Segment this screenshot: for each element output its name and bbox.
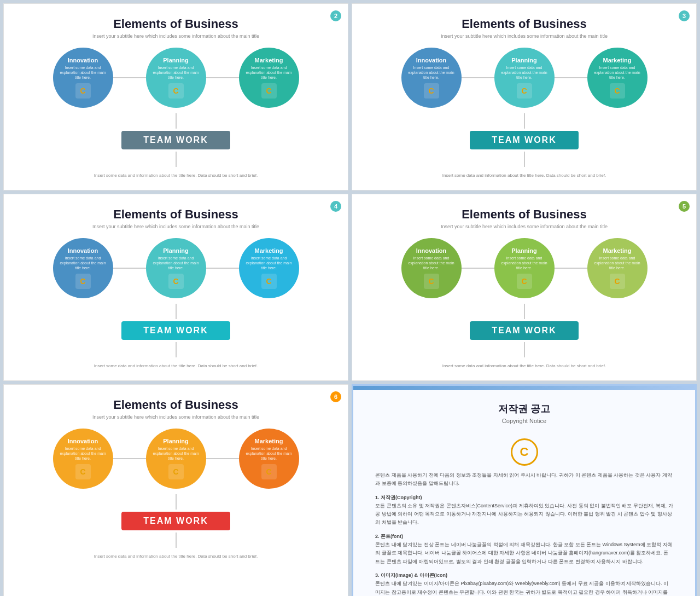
- copyright-title: 저작권 공고: [498, 402, 550, 415]
- circles-row-6: Innovation Insert some data and explanat…: [20, 429, 331, 489]
- vertical-line-top-5: [524, 304, 525, 319]
- connector-2: [555, 77, 587, 78]
- slide-2: 2 Elements of Business Insert your subti…: [3, 3, 348, 190]
- vertical-line-top-4: [176, 304, 177, 319]
- copyright-section3: 3. 이미지(image) & 아이콘(icon) 콘텐츠 내에 담겨있는 이미…: [375, 571, 673, 596]
- connector-2: [206, 458, 239, 459]
- circles-row-4: Innovation Insert some data and explanat…: [20, 238, 331, 298]
- circle-label: Planning: [163, 438, 188, 444]
- circle-text: Insert some data and explanation about t…: [59, 446, 108, 461]
- circle-innovation-4: Innovation Insert some data and explanat…: [53, 238, 113, 298]
- bottom-text-2: Insert some data and information about t…: [94, 172, 258, 179]
- slide-6: 6 Elements of Business Insert your subti…: [3, 384, 348, 596]
- copyright-subtitle: Copyright Notice: [502, 418, 546, 424]
- circle-text: Insert some data and explanation about t…: [151, 446, 201, 461]
- circle-label: Marketing: [603, 57, 632, 63]
- circle-marketing-5: Marketing Insert some data and explanati…: [587, 238, 648, 298]
- circle-marketing-6: Marketing Insert some data and explanati…: [239, 429, 299, 489]
- circle-text: Insert some data and explanation about t…: [59, 256, 108, 270]
- circle-planning-3: Planning Insert some data and explanatio…: [494, 48, 555, 108]
- circle-label: Innovation: [68, 57, 98, 63]
- team-work-btn-2[interactable]: TEAM WORK: [121, 131, 230, 149]
- circle-planning-5: Planning Insert some data and explanatio…: [494, 238, 555, 298]
- circles-row-5: Innovation Insert some data and explanat…: [369, 238, 680, 298]
- circle-label: Planning: [163, 57, 188, 63]
- connector-2: [206, 77, 239, 78]
- circle-marketing-3: Marketing Insert some data and explanati…: [587, 48, 648, 108]
- circle-text: Insert some data and explanation about t…: [59, 65, 108, 80]
- slide-title-2: Elements of Business: [113, 17, 238, 31]
- circle-marketing-4: Marketing Insert some data and explanati…: [239, 238, 299, 298]
- slide-title-6: Elements of Business: [113, 398, 238, 412]
- circle-innovation-3: Innovation Insert some data and explanat…: [401, 48, 462, 108]
- slide-subtitle-2: Insert your subtitle here which includes…: [92, 33, 259, 39]
- circle-text: Insert some data and explanation about t…: [151, 256, 201, 270]
- circle-text: Insert some data and explanation about t…: [500, 256, 549, 270]
- copyright-icon: C: [511, 438, 538, 466]
- circle-innovation-5: Innovation Insert some data and explanat…: [401, 238, 462, 298]
- circle-label: Innovation: [416, 57, 447, 63]
- circle-innovation-2: Innovation Insert some data and explanat…: [53, 48, 113, 108]
- vertical-line-bottom-6: [176, 533, 177, 548]
- slide-badge-5: 5: [679, 201, 690, 212]
- circle-text: Insert some data and explanation about t…: [500, 65, 549, 80]
- vertical-line-top-6: [176, 494, 177, 510]
- circle-text: Insert some data and explanation about t…: [593, 65, 642, 80]
- vertical-line-top-2: [176, 113, 177, 129]
- circle-label: Planning: [511, 57, 536, 63]
- circle-label: Marketing: [255, 247, 283, 254]
- circle-innovation-6: Innovation Insert some data and explanat…: [53, 429, 113, 489]
- bottom-text-6: Insert some data and information about t…: [94, 553, 258, 560]
- circle-text: Insert some data and explanation about t…: [407, 65, 456, 80]
- slide-badge-6: 6: [330, 391, 341, 402]
- slide-badge-4: 4: [330, 201, 341, 212]
- circles-row-3: Innovation Insert some data and explanat…: [369, 48, 680, 108]
- slide-title-3: Elements of Business: [462, 17, 587, 31]
- slide-badge-2: 2: [330, 10, 341, 21]
- connector-1: [113, 268, 146, 269]
- connector-2: [555, 268, 587, 269]
- circle-planning-2: Planning Insert some data and explanatio…: [146, 48, 206, 108]
- circle-text: Insert some data and explanation about t…: [407, 256, 456, 270]
- vertical-line-bottom-3: [524, 152, 525, 167]
- slide-4: 4 Elements of Business Insert your subti…: [3, 194, 348, 381]
- bottom-text-4: Insert some data and information about t…: [94, 363, 258, 369]
- vertical-line-bottom-4: [176, 342, 177, 357]
- slide-subtitle-6: Insert your subtitle here which includes…: [92, 414, 259, 420]
- connector-1: [462, 77, 494, 78]
- vertical-line-bottom-5: [524, 342, 525, 357]
- copyright-intro: 콘텐츠 제품을 사용하기 전에 다음의 정보와 조정들을 자세히 읽어 주시시 …: [375, 471, 673, 488]
- slide-3: 3 Elements of Business Insert your subti…: [352, 3, 697, 190]
- copyright-slide: 저작권 공고 Copyright Notice C 콘텐츠 제품을 사용하기 전…: [352, 384, 697, 596]
- team-work-btn-4[interactable]: TEAM WORK: [121, 321, 230, 340]
- circle-label: Marketing: [603, 247, 632, 254]
- copyright-section2: 2. 폰트(font) 콘텐츠 내에 담겨있는 전상 폰트는 네이버 나눔글꼴의…: [375, 533, 673, 566]
- bottom-text-5: Insert some data and information about t…: [442, 363, 606, 369]
- slide-title-5: Elements of Business: [462, 207, 587, 222]
- slide-subtitle-5: Insert your subtitle here which includes…: [441, 224, 608, 229]
- circle-label: Innovation: [416, 247, 447, 254]
- slide-subtitle-3: Insert your subtitle here which includes…: [441, 33, 608, 39]
- team-work-btn-3[interactable]: TEAM WORK: [470, 131, 578, 149]
- connector-2: [206, 268, 239, 269]
- circle-label: Planning: [511, 247, 536, 254]
- connector-1: [113, 458, 146, 459]
- slide-title-4: Elements of Business: [113, 207, 238, 222]
- circle-label: Innovation: [68, 438, 98, 444]
- vertical-line-bottom-2: [176, 152, 177, 167]
- circle-text: Insert some data and explanation about t…: [244, 256, 294, 270]
- copyright-body: 콘텐츠 제품을 사용하기 전에 다음의 정보와 조정들을 자세히 읽어 주시시 …: [375, 471, 673, 596]
- team-work-btn-5[interactable]: TEAM WORK: [470, 321, 578, 340]
- connector-1: [113, 77, 146, 78]
- circle-label: Marketing: [255, 438, 283, 444]
- circle-text: Insert some data and explanation about t…: [593, 256, 642, 270]
- connector-1: [462, 268, 494, 269]
- slide-5: 5 Elements of Business Insert your subti…: [352, 194, 697, 381]
- circle-text: Insert some data and explanation about t…: [244, 65, 294, 80]
- circles-row-2: Innovation Insert some data and explanat…: [20, 48, 331, 108]
- circle-planning-6: Planning Insert some data and explanatio…: [146, 429, 206, 489]
- circle-planning-4: Planning Insert some data and explanatio…: [146, 238, 206, 298]
- circle-label: Planning: [163, 247, 188, 254]
- team-work-btn-6[interactable]: TEAM WORK: [121, 512, 230, 530]
- slide-badge-3: 3: [679, 10, 690, 21]
